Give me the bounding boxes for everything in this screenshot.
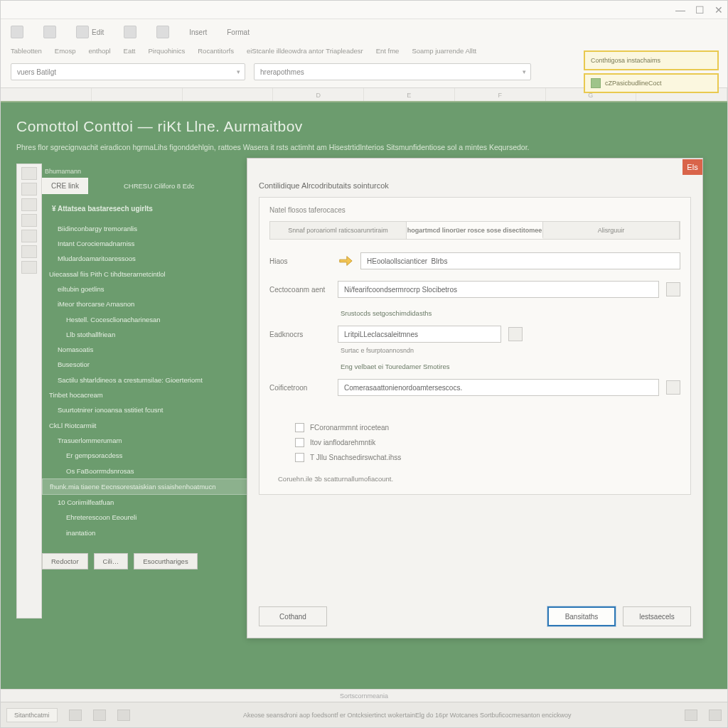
side-icon[interactable] [21, 183, 37, 196]
category-input[interactable] [338, 281, 659, 298]
tree-item-selected[interactable]: fhunk.mia tiaene Eecnsorestaiskian ssiai… [42, 478, 250, 495]
tree-item[interactable]: iMeor thorcarse Amasnon [42, 296, 250, 311]
field-label-name: Hiaos [269, 257, 331, 265]
taskbar-icon[interactable] [117, 710, 130, 721]
highlight-row-2[interactable]: cZPasicbudlineCoct [584, 73, 719, 93]
tree-tab-active[interactable]: CRE link [42, 178, 88, 194]
tree-item[interactable]: Uiecassal fiis Pith C tihdtserarnetcintl… [42, 267, 250, 282]
calendar-icon[interactable] [508, 327, 523, 341]
checkbox-icon[interactable] [295, 453, 304, 462]
tree-item[interactable]: Nomasoatis [42, 342, 250, 357]
tree-item[interactable]: eiltubin goetlins [42, 282, 250, 296]
taskbar-tray-icon[interactable] [709, 710, 722, 721]
col-head[interactable]: E [364, 88, 455, 101]
dialog-tab-active[interactable]: hogartmcd linorüer rosce sose disectitom… [407, 222, 543, 239]
tree-item[interactable]: ¥ Attatsea bastaresech ugirlts [45, 201, 250, 217]
tree-item[interactable]: Suurtotnirer ionoansa sstitiet fcusnt [42, 402, 250, 417]
tree-item[interactable]: Mludardoamaritoaressoos [42, 251, 250, 266]
col-head[interactable]: F [455, 88, 546, 101]
calendar-link[interactable]: Eng velbaet ei Touredamer Smotires [341, 363, 680, 370]
ribbon: Edit Insert Format Tableotten Emosp enth… [1, 19, 727, 88]
tree-button-c[interactable]: Esocurthariges [134, 553, 197, 569]
window-max[interactable]: ☐ [695, 4, 705, 16]
dialog-note: Coruehn.ile 3b scatturnallumofiacount. [278, 475, 680, 483]
dialog-heading: Contilidique Alrcodributaits sointurcok [247, 176, 702, 197]
col-head[interactable] [183, 88, 274, 101]
page-subtitle: Phres flor sgrecignvachit eiradicon hgrm… [16, 142, 571, 154]
tree-item[interactable]: CkLl Riotcarmiit [42, 418, 250, 433]
checkbox-label: Itov ianflodarehmntik [310, 439, 375, 446]
checkbox-row[interactable]: T Jllu Snachsedirswchat.ihss [295, 453, 680, 462]
calendar-input[interactable] [338, 326, 501, 343]
tree-item[interactable]: Hestell. Cocesclionacharinesan [42, 312, 250, 327]
ribbon-icon[interactable] [76, 26, 89, 38]
ribbon-small[interactable]: enthopl [88, 47, 110, 55]
ribbon-small[interactable]: Tableotten [11, 47, 42, 55]
name-input[interactable] [360, 252, 680, 269]
ribbon-icon[interactable] [43, 26, 56, 38]
ribbon-small[interactable]: Eatt [124, 47, 136, 55]
col-head[interactable] [92, 88, 183, 101]
checkbox-icon[interactable] [295, 423, 304, 432]
tree-item[interactable]: 10 Coriimilfeatfuan [42, 495, 250, 510]
collection-input[interactable] [338, 379, 659, 396]
tree-summary: Bhumamann [45, 168, 250, 175]
tree-button-a[interactable]: Redoctor [42, 553, 88, 569]
taskbar-tray-icon[interactable] [685, 710, 697, 721]
dialog-ok-button[interactable]: Bansitaths [547, 606, 616, 626]
highlight-row-1[interactable]: Conthtigosa instachaims [584, 50, 719, 70]
ribbon-icon[interactable] [124, 26, 136, 38]
side-icon[interactable] [21, 245, 37, 258]
side-icon[interactable] [21, 198, 37, 211]
collection-browse-icon[interactable] [666, 380, 680, 395]
ribbon-dropdown-1[interactable]: vuers Batilgt [11, 63, 245, 80]
window-close[interactable]: ✕ [714, 4, 723, 16]
side-icon[interactable] [21, 230, 37, 242]
side-icon[interactable] [21, 167, 37, 180]
ribbon-small[interactable]: Pirquohinics [149, 47, 186, 55]
ribbon-icon[interactable] [11, 26, 23, 38]
tree-item[interactable]: Trasuerlommerumam [42, 433, 250, 448]
taskbar-icon[interactable] [93, 710, 106, 721]
ribbon-small[interactable]: Rocantitorfs [198, 47, 234, 55]
tree-item[interactable]: Busesotior [42, 357, 250, 372]
checkbox-row[interactable]: Itov ianflodarehmntik [295, 438, 680, 447]
col-head[interactable]: D [273, 88, 364, 101]
col-head[interactable] [1, 88, 92, 101]
tree-item[interactable]: Tinbet hocacream [42, 387, 250, 402]
tree-item[interactable]: Llb stothallfriean [42, 327, 250, 342]
window-min[interactable]: — [675, 4, 685, 16]
ribbon-label: Edit [92, 28, 104, 36]
ribbon-small[interactable]: Emosp [55, 47, 76, 55]
checkbox-icon[interactable] [295, 438, 304, 447]
tree-item[interactable]: Sactilu shtarldineos a crestumsilae: Gio… [42, 373, 250, 387]
calendar-hint: Surtac e fsurptoannosndn [341, 347, 680, 354]
side-icon[interactable] [21, 261, 37, 274]
browse-icon[interactable] [666, 282, 680, 296]
ribbon-icon[interactable] [156, 26, 169, 38]
ribbon-small[interactable]: Soamp juarrende Alltt [412, 47, 476, 55]
dialog-tab[interactable]: Alisrguuir [543, 222, 680, 239]
dialog-cancel-button[interactable]: Cothand [259, 606, 327, 626]
checkbox-row[interactable]: FCoronarmmnt irocetean [295, 423, 680, 432]
checkbox-label: FCoronarmmnt irocetean [310, 424, 389, 432]
tree-button-b[interactable]: Cili… [94, 553, 129, 569]
dialog-tabs: Snnaf poroarioml raticsoarunrtiraim hoga… [269, 221, 680, 240]
tree-item[interactable]: inantation [42, 525, 250, 540]
tree-item[interactable]: Intant Corociemadnarniss [42, 236, 250, 251]
status-strip: Sortscornmeania [1, 689, 727, 702]
taskbar-icon[interactable] [69, 710, 82, 721]
checkbox-label: T Jllu Snachsedirswchat.ihss [310, 454, 401, 461]
taskbar-start[interactable]: Sitanthcatmi [6, 708, 58, 722]
ribbon-dropdown-2[interactable]: hrerapothmes [254, 63, 531, 80]
dialog-tab[interactable]: Snnaf poroarioml raticsoarunrtiraim [270, 222, 407, 239]
ribbon-small[interactable]: eiStcanle illdeowdra antor Triapleadesr [247, 47, 363, 55]
side-icon[interactable] [21, 214, 37, 227]
ribbon-small[interactable]: Ent fme [376, 47, 400, 55]
tree-item[interactable]: Er gempsoracdess [42, 448, 250, 463]
dialog-close-button[interactable]: Els [682, 159, 702, 175]
dialog-help-button[interactable]: lestsaecels [623, 606, 691, 626]
tree-item[interactable]: Ehreterescoon Eeoureli [42, 510, 250, 525]
tree-item[interactable]: Os FaBoorrmdsnrosas [42, 464, 250, 478]
tree-item[interactable]: Biidinconbargy tremoranlis [42, 221, 250, 236]
